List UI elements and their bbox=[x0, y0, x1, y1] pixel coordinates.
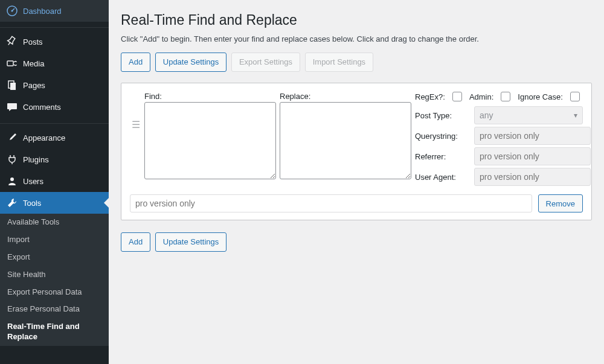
menu-dashboard[interactable]: Dashboard bbox=[0, 0, 109, 22]
import-settings-button[interactable]: Import Settings bbox=[305, 53, 373, 72]
submenu-site-health[interactable]: Site Health bbox=[0, 266, 109, 284]
menu-label: Posts bbox=[23, 37, 43, 46]
find-label: Find: bbox=[144, 92, 162, 101]
admin-sidebar: Dashboard Posts Media Pages Comments App… bbox=[0, 0, 109, 364]
submenu-export[interactable]: Export bbox=[0, 249, 109, 266]
note-input[interactable] bbox=[130, 194, 532, 212]
top-button-row: Add Update Settings Export Settings Impo… bbox=[121, 53, 592, 72]
case-panel: ☰ Find: Replace: RegEx?: Admin: Ignore C… bbox=[121, 83, 592, 220]
menu-label: Plugins bbox=[23, 155, 49, 164]
tools-submenu: Available Tools Import Export Site Healt… bbox=[0, 214, 109, 346]
export-settings-button[interactable]: Export Settings bbox=[231, 53, 300, 72]
useragent-input[interactable] bbox=[474, 168, 591, 186]
pages-icon bbox=[6, 79, 18, 91]
svg-point-1 bbox=[11, 10, 13, 12]
menu-separator bbox=[0, 25, 109, 28]
ignorecase-label: Ignore Case: bbox=[518, 92, 562, 101]
posttype-value: any bbox=[480, 110, 493, 120]
comments-icon bbox=[6, 101, 18, 113]
referrer-input[interactable] bbox=[474, 147, 591, 165]
querystring-row: Querystring: bbox=[415, 127, 583, 145]
submenu-export-personal-data[interactable]: Export Personal Data bbox=[0, 284, 109, 301]
page-title: Real-Time Find and Replace bbox=[121, 12, 592, 28]
posttype-row: Post Type: any ▾ bbox=[415, 106, 583, 124]
useragent-row: User Agent: bbox=[415, 168, 583, 186]
add-button[interactable]: Add bbox=[121, 53, 150, 72]
update-settings-button[interactable]: Update Settings bbox=[155, 53, 227, 72]
querystring-label: Querystring: bbox=[415, 132, 469, 141]
options-column: RegEx?: Admin: Ignore Case: Post Type: a… bbox=[415, 92, 583, 188]
menu-label: Pages bbox=[23, 81, 45, 90]
menu-appearance[interactable]: Appearance bbox=[0, 127, 109, 148]
posttype-select[interactable]: any ▾ bbox=[474, 106, 583, 124]
case-bottom-row: Remove bbox=[130, 194, 583, 212]
svg-rect-4 bbox=[10, 83, 16, 90]
find-column: Find: bbox=[144, 92, 276, 181]
menu-label: Media bbox=[23, 59, 44, 68]
menu-media[interactable]: Media bbox=[0, 53, 109, 74]
plug-icon bbox=[6, 153, 18, 165]
replace-column: Replace: bbox=[280, 92, 411, 181]
menu-plugins[interactable]: Plugins bbox=[0, 148, 109, 170]
regex-checkbox[interactable] bbox=[452, 92, 462, 101]
posttype-label: Post Type: bbox=[415, 111, 469, 120]
menu-pages[interactable]: Pages bbox=[0, 74, 109, 96]
chevron-down-icon: ▾ bbox=[574, 111, 577, 120]
submenu-realtime-find-replace[interactable]: Real-Time Find and Replace bbox=[0, 318, 109, 346]
menu-users[interactable]: Users bbox=[0, 170, 109, 192]
useragent-label: User Agent: bbox=[415, 173, 469, 182]
add-button-bottom[interactable]: Add bbox=[121, 232, 150, 252]
menu-label: Appearance bbox=[23, 133, 65, 142]
ignorecase-checkbox[interactable] bbox=[570, 92, 580, 101]
menu-comments[interactable]: Comments bbox=[0, 96, 109, 118]
media-icon bbox=[6, 57, 18, 69]
menu-separator bbox=[0, 121, 109, 124]
intro-text: Click "Add" to begin. Then enter your fi… bbox=[121, 34, 592, 43]
menu-label: Users bbox=[23, 177, 43, 186]
admin-label: Admin: bbox=[469, 92, 493, 101]
pin-icon bbox=[6, 36, 18, 48]
replace-textarea[interactable] bbox=[280, 102, 411, 179]
submenu-import[interactable]: Import bbox=[0, 231, 109, 249]
dashboard-icon bbox=[6, 5, 18, 17]
checkbox-row: RegEx?: Admin: Ignore Case: bbox=[415, 92, 583, 101]
referrer-label: Referrer: bbox=[415, 152, 469, 161]
bottom-button-row: Add Update Settings bbox=[121, 232, 592, 252]
querystring-input[interactable] bbox=[474, 127, 591, 145]
menu-posts[interactable]: Posts bbox=[0, 31, 109, 53]
main-content: Real-Time Find and Replace Click "Add" t… bbox=[109, 0, 604, 364]
menu-tools[interactable]: Tools bbox=[0, 192, 109, 214]
remove-button[interactable]: Remove bbox=[538, 194, 583, 212]
menu-label: Dashboard bbox=[23, 7, 62, 16]
wrench-icon bbox=[6, 197, 18, 209]
replace-label: Replace: bbox=[280, 92, 310, 101]
update-settings-button-bottom[interactable]: Update Settings bbox=[155, 232, 227, 252]
submenu-available-tools[interactable]: Available Tools bbox=[0, 214, 109, 231]
menu-label: Tools bbox=[23, 199, 41, 208]
drag-handle-icon[interactable]: ☰ bbox=[130, 119, 142, 130]
case-row: ☰ Find: Replace: RegEx?: Admin: Ignore C… bbox=[130, 92, 583, 188]
referrer-row: Referrer: bbox=[415, 147, 583, 165]
submenu-erase-personal-data[interactable]: Erase Personal Data bbox=[0, 301, 109, 318]
regex-label: RegEx?: bbox=[415, 92, 445, 101]
menu-label: Comments bbox=[23, 103, 61, 112]
find-textarea[interactable] bbox=[144, 102, 276, 179]
users-icon bbox=[6, 175, 18, 187]
svg-rect-2 bbox=[7, 61, 13, 66]
brush-icon bbox=[6, 132, 18, 144]
svg-point-5 bbox=[10, 177, 14, 181]
admin-checkbox[interactable] bbox=[501, 92, 510, 101]
